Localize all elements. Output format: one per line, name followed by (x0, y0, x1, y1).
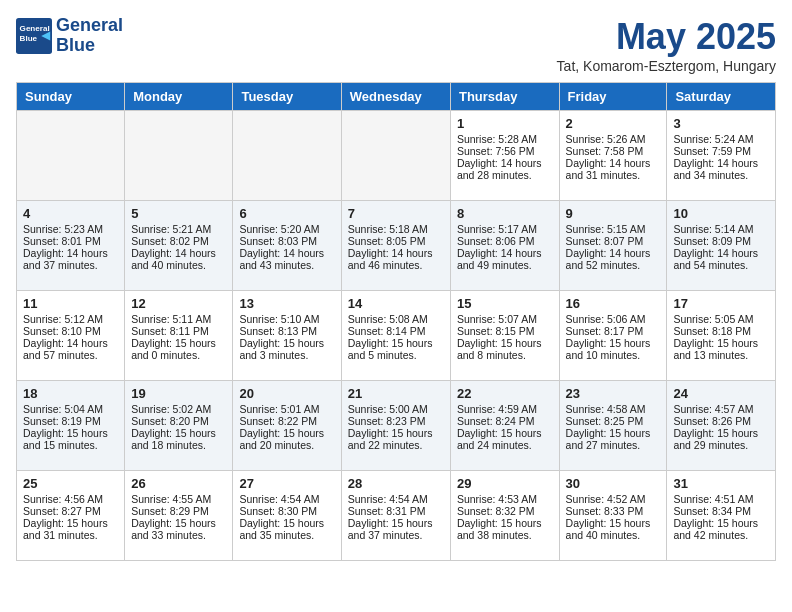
day-info: Daylight: 15 hours (457, 517, 553, 529)
day-number: 14 (348, 296, 444, 311)
day-info: Sunrise: 4:51 AM (673, 493, 769, 505)
calendar-cell: 8Sunrise: 5:17 AMSunset: 8:06 PMDaylight… (450, 201, 559, 291)
day-number: 22 (457, 386, 553, 401)
calendar-cell: 25Sunrise: 4:56 AMSunset: 8:27 PMDayligh… (17, 471, 125, 561)
day-number: 26 (131, 476, 226, 491)
title-block: May 2025 Tat, Komarom-Esztergom, Hungary (557, 16, 776, 74)
svg-text:General: General (20, 23, 50, 32)
day-info: Sunset: 8:20 PM (131, 415, 226, 427)
day-number: 9 (566, 206, 661, 221)
logo-icon: General Blue (16, 18, 52, 54)
day-info: and 20 minutes. (239, 439, 334, 451)
day-info: Sunset: 7:59 PM (673, 145, 769, 157)
day-info: Sunset: 8:05 PM (348, 235, 444, 247)
day-info: and 29 minutes. (673, 439, 769, 451)
day-info: Sunset: 8:11 PM (131, 325, 226, 337)
calendar-header-row: SundayMondayTuesdayWednesdayThursdayFrid… (17, 83, 776, 111)
calendar-cell (233, 111, 341, 201)
calendar-week-row: 4Sunrise: 5:23 AMSunset: 8:01 PMDaylight… (17, 201, 776, 291)
calendar-cell: 12Sunrise: 5:11 AMSunset: 8:11 PMDayligh… (125, 291, 233, 381)
day-info: Sunrise: 4:57 AM (673, 403, 769, 415)
day-info: Daylight: 14 hours (566, 157, 661, 169)
day-info: Sunset: 8:25 PM (566, 415, 661, 427)
day-info: Sunset: 8:06 PM (457, 235, 553, 247)
calendar-cell: 18Sunrise: 5:04 AMSunset: 8:19 PMDayligh… (17, 381, 125, 471)
calendar-cell (125, 111, 233, 201)
day-info: and 31 minutes. (23, 529, 118, 541)
day-info: Sunrise: 5:02 AM (131, 403, 226, 415)
day-info: Daylight: 15 hours (457, 427, 553, 439)
calendar-cell: 15Sunrise: 5:07 AMSunset: 8:15 PMDayligh… (450, 291, 559, 381)
day-info: Sunrise: 5:18 AM (348, 223, 444, 235)
day-info: Sunrise: 5:05 AM (673, 313, 769, 325)
day-info: Daylight: 15 hours (348, 427, 444, 439)
day-info: Sunrise: 5:08 AM (348, 313, 444, 325)
day-info: Sunset: 8:02 PM (131, 235, 226, 247)
day-info: and 46 minutes. (348, 259, 444, 271)
day-info: Sunrise: 5:20 AM (239, 223, 334, 235)
day-header-wednesday: Wednesday (341, 83, 450, 111)
day-info: and 43 minutes. (239, 259, 334, 271)
calendar-table: SundayMondayTuesdayWednesdayThursdayFrid… (16, 82, 776, 561)
day-number: 8 (457, 206, 553, 221)
day-info: Sunrise: 5:23 AM (23, 223, 118, 235)
day-info: Sunrise: 4:56 AM (23, 493, 118, 505)
day-info: Sunrise: 5:17 AM (457, 223, 553, 235)
day-info: Sunrise: 4:54 AM (348, 493, 444, 505)
day-info: and 35 minutes. (239, 529, 334, 541)
day-info: and 22 minutes. (348, 439, 444, 451)
day-info: Daylight: 15 hours (239, 427, 334, 439)
day-number: 30 (566, 476, 661, 491)
day-info: Sunset: 8:26 PM (673, 415, 769, 427)
day-header-monday: Monday (125, 83, 233, 111)
calendar-cell: 19Sunrise: 5:02 AMSunset: 8:20 PMDayligh… (125, 381, 233, 471)
page-header: General Blue General Blue May 2025 Tat, … (16, 16, 776, 74)
day-info: Sunrise: 5:28 AM (457, 133, 553, 145)
calendar-cell: 4Sunrise: 5:23 AMSunset: 8:01 PMDaylight… (17, 201, 125, 291)
day-info: Daylight: 15 hours (131, 517, 226, 529)
day-info: and 37 minutes. (348, 529, 444, 541)
day-info: and 57 minutes. (23, 349, 118, 361)
day-info: Daylight: 15 hours (673, 337, 769, 349)
calendar-cell: 13Sunrise: 5:10 AMSunset: 8:13 PMDayligh… (233, 291, 341, 381)
day-info: Sunset: 8:31 PM (348, 505, 444, 517)
svg-text:Blue: Blue (20, 34, 38, 43)
day-info: Daylight: 15 hours (131, 427, 226, 439)
day-info: and 10 minutes. (566, 349, 661, 361)
calendar-week-row: 25Sunrise: 4:56 AMSunset: 8:27 PMDayligh… (17, 471, 776, 561)
day-number: 29 (457, 476, 553, 491)
day-info: Daylight: 15 hours (457, 337, 553, 349)
logo: General Blue General Blue (16, 16, 123, 56)
day-info: Sunrise: 4:53 AM (457, 493, 553, 505)
day-info: and 34 minutes. (673, 169, 769, 181)
calendar-cell: 29Sunrise: 4:53 AMSunset: 8:32 PMDayligh… (450, 471, 559, 561)
day-info: Sunrise: 5:15 AM (566, 223, 661, 235)
day-info: and 31 minutes. (566, 169, 661, 181)
calendar-cell: 26Sunrise: 4:55 AMSunset: 8:29 PMDayligh… (125, 471, 233, 561)
day-info: Daylight: 14 hours (239, 247, 334, 259)
day-info: and 5 minutes. (348, 349, 444, 361)
day-info: Sunset: 8:17 PM (566, 325, 661, 337)
day-number: 31 (673, 476, 769, 491)
day-number: 19 (131, 386, 226, 401)
day-info: Sunrise: 4:52 AM (566, 493, 661, 505)
calendar-cell: 16Sunrise: 5:06 AMSunset: 8:17 PMDayligh… (559, 291, 667, 381)
day-info: and 3 minutes. (239, 349, 334, 361)
day-number: 21 (348, 386, 444, 401)
day-number: 16 (566, 296, 661, 311)
day-info: Sunset: 8:15 PM (457, 325, 553, 337)
day-number: 1 (457, 116, 553, 131)
day-info: Sunset: 7:58 PM (566, 145, 661, 157)
calendar-cell: 6Sunrise: 5:20 AMSunset: 8:03 PMDaylight… (233, 201, 341, 291)
day-info: Sunset: 8:22 PM (239, 415, 334, 427)
calendar-cell: 23Sunrise: 4:58 AMSunset: 8:25 PMDayligh… (559, 381, 667, 471)
day-info: Sunset: 8:18 PM (673, 325, 769, 337)
day-info: and 18 minutes. (131, 439, 226, 451)
calendar-cell: 2Sunrise: 5:26 AMSunset: 7:58 PMDaylight… (559, 111, 667, 201)
day-info: Daylight: 15 hours (566, 517, 661, 529)
logo-text: General Blue (56, 16, 123, 56)
day-info: Sunrise: 4:55 AM (131, 493, 226, 505)
day-info: Daylight: 15 hours (239, 517, 334, 529)
day-info: Sunset: 8:01 PM (23, 235, 118, 247)
day-info: Sunset: 7:56 PM (457, 145, 553, 157)
